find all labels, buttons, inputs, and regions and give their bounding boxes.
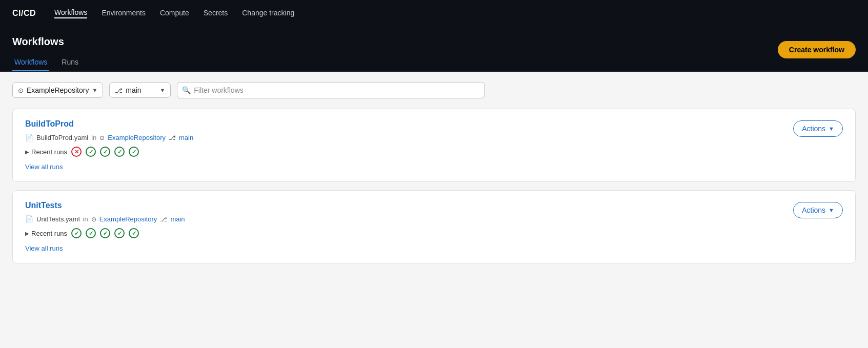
run-icon-1-unit: ✓ <box>86 228 96 238</box>
workflow-repo-build[interactable]: ExampleRepository <box>108 134 166 141</box>
actions-button-build[interactable]: Actions ▼ <box>793 120 843 137</box>
repo-icon-unit: ⊙ <box>91 216 96 223</box>
search-input[interactable] <box>177 82 485 98</box>
run-icon-3-build: ✓ <box>114 147 125 157</box>
workflow-file-unit: UnitTests.yaml <box>36 215 80 223</box>
run-icon-2-build: ✓ <box>100 147 110 157</box>
repository-filter-label: ExampleRepository <box>27 86 89 94</box>
run-icon-3-unit: ✓ <box>114 228 125 238</box>
run-icon-1-build: ✓ <box>86 147 96 157</box>
recent-runs-label-unit: ▶ Recent runs <box>25 230 67 237</box>
search-wrapper: 🔍 <box>177 82 485 98</box>
branch-icon-build: ⎇ <box>169 134 176 141</box>
file-icon-build: 📄 <box>25 134 33 141</box>
run-icon-4-build: ✓ <box>129 147 139 157</box>
run-icon-2-unit: ✓ <box>100 228 110 238</box>
branch-filter[interactable]: ⎇ main ▼ <box>109 83 171 98</box>
recent-runs-row-unit: ▶ Recent runs ✓ ✓ ✓ ✓ ✓ <box>25 228 793 238</box>
view-all-runs-unit[interactable]: View all runs <box>25 244 63 252</box>
workflow-name-unit[interactable]: UnitTests <box>25 201 793 210</box>
workflow-card-left-unit: UnitTests 📄 UnitTests.yaml in ⊙ ExampleR… <box>25 201 793 253</box>
nav-link-compute[interactable]: Compute <box>160 9 189 18</box>
filters-row: ⊙ ExampleRepository ▼ ⎇ main ▼ 🔍 <box>12 82 856 98</box>
search-icon: 🔍 <box>182 86 191 94</box>
actions-chevron-icon-build: ▼ <box>829 126 834 132</box>
run-icon-0-unit: ✓ <box>71 228 82 238</box>
branch-icon-unit: ⎇ <box>160 216 167 223</box>
actions-label-unit: Actions <box>802 206 825 214</box>
workflow-file-build: BuildToProd.yaml <box>36 134 88 141</box>
workflow-branch-build[interactable]: main <box>179 134 193 141</box>
sub-header-left: Workflows Workflows Runs <box>12 36 91 71</box>
workflow-meta-unit: 📄 UnitTests.yaml in ⊙ ExampleRepository … <box>25 215 793 223</box>
actions-label-build: Actions <box>802 125 825 133</box>
main-content: ⊙ ExampleRepository ▼ ⎇ main ▼ 🔍 BuildTo… <box>0 72 868 348</box>
run-icon-0-build: ✕ <box>71 147 82 157</box>
triangle-icon-build: ▶ <box>25 149 29 155</box>
sub-header: Workflows Workflows Runs Create workflow <box>0 27 868 72</box>
workflow-branch-unit[interactable]: main <box>170 215 185 223</box>
run-icon-4-unit: ✓ <box>129 228 139 238</box>
nav-link-change-tracking[interactable]: Change tracking <box>242 9 294 18</box>
workflow-repo-unit[interactable]: ExampleRepository <box>99 215 157 223</box>
nav-link-workflows[interactable]: Workflows <box>54 8 87 18</box>
file-icon-unit: 📄 <box>25 215 33 223</box>
tab-runs[interactable]: Runs <box>59 54 80 71</box>
repository-chevron-icon: ▼ <box>92 87 97 93</box>
logo: CI/CD <box>12 9 36 18</box>
workflow-card-unit-tests: UnitTests 📄 UnitTests.yaml in ⊙ ExampleR… <box>12 190 856 263</box>
repository-filter[interactable]: ⊙ ExampleRepository ▼ <box>12 83 103 98</box>
tab-workflows[interactable]: Workflows <box>12 54 49 71</box>
create-workflow-button[interactable]: Create workflow <box>778 41 856 58</box>
actions-chevron-icon-unit: ▼ <box>829 207 834 213</box>
in-label-build: in <box>91 134 96 141</box>
view-all-runs-build[interactable]: View all runs <box>25 163 63 171</box>
recent-runs-row-build: ▶ Recent runs ✕ ✓ ✓ ✓ ✓ <box>25 147 793 157</box>
workflow-meta-build: 📄 BuildToProd.yaml in ⊙ ExampleRepositor… <box>25 134 793 141</box>
branch-icon: ⎇ <box>115 87 123 94</box>
sub-tabs: Workflows Runs <box>12 54 91 71</box>
nav-link-environments[interactable]: Environments <box>102 9 146 18</box>
nav-link-secrets[interactable]: Secrets <box>204 9 228 18</box>
workflow-card-build-to-prod: BuildToProd 📄 BuildToProd.yaml in ⊙ Exam… <box>12 109 856 182</box>
repo-icon-build: ⊙ <box>99 134 105 141</box>
branch-chevron-icon: ▼ <box>159 87 165 93</box>
page-title: Workflows <box>12 36 91 48</box>
workflow-name-build[interactable]: BuildToProd <box>25 119 793 129</box>
branch-filter-label: main <box>126 86 141 94</box>
actions-button-unit[interactable]: Actions ▼ <box>793 202 843 218</box>
triangle-icon-unit: ▶ <box>25 231 29 236</box>
top-nav: CI/CD Workflows Environments Compute Sec… <box>0 0 868 27</box>
recent-runs-label-build: ▶ Recent runs <box>25 148 67 156</box>
repo-icon: ⊙ <box>18 87 24 94</box>
in-label-unit: in <box>83 215 88 223</box>
workflow-card-left-build: BuildToProd 📄 BuildToProd.yaml in ⊙ Exam… <box>25 119 793 171</box>
